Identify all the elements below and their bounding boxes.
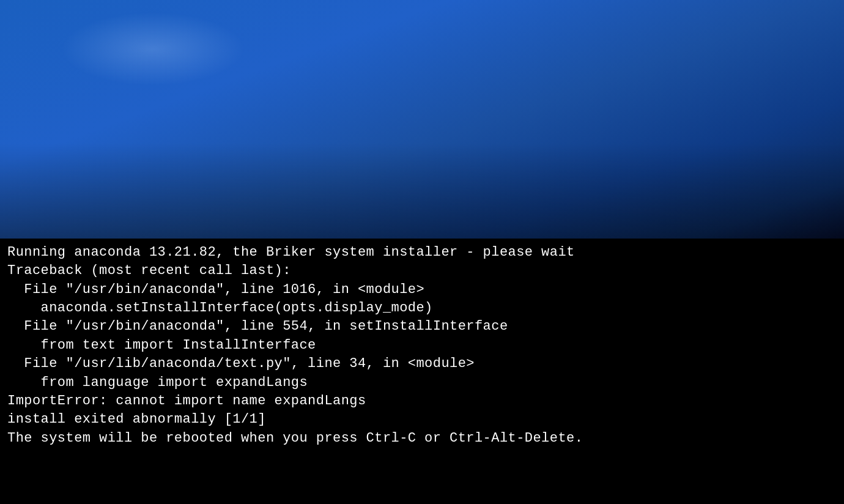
blue-background <box>0 0 844 239</box>
terminal-line-9: ImportError: cannot import name expandLa… <box>7 392 837 410</box>
screen: Running anaconda 13.21.82, the Briker sy… <box>0 0 844 504</box>
terminal-line-8: from language import expandLangs <box>7 374 837 392</box>
terminal-output: Running anaconda 13.21.82, the Briker sy… <box>0 239 844 504</box>
terminal-line-1: Running anaconda 13.21.82, the Briker sy… <box>7 243 837 262</box>
terminal-line-11: The system will be rebooted when you pre… <box>7 429 837 448</box>
terminal-line-3: File "/usr/bin/anaconda", line 1016, in … <box>7 281 837 299</box>
terminal-line-2: Traceback (most recent call last): <box>7 262 837 280</box>
terminal-line-7: File "/usr/lib/anaconda/text.py", line 3… <box>7 355 837 373</box>
terminal-line-6: from text import InstallInterface <box>7 336 837 355</box>
terminal-line-4: anaconda.setInstallInterface(opts.displa… <box>7 299 837 317</box>
terminal-line-10: install exited abnormally [1/1] <box>7 410 837 429</box>
terminal-line-5: File "/usr/bin/anaconda", line 554, in s… <box>7 317 837 336</box>
